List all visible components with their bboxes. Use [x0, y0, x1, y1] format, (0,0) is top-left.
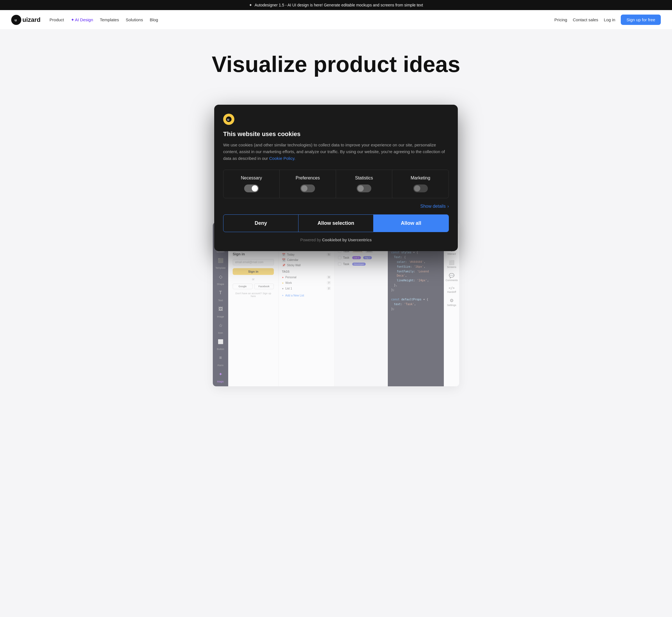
show-details-row: Show details ›: [223, 204, 449, 209]
list1-badge: List 1: [352, 256, 361, 259]
sparkle-icon: ✦: [249, 3, 252, 7]
cookie-title: This website uses cookies: [223, 131, 449, 138]
or-divider: or: [233, 278, 274, 281]
cookiebot-brand: Cookiebot by Usercentrics: [322, 238, 371, 242]
settings-icon: ⚙: [450, 298, 454, 303]
handoff-item[interactable]: </> Handoff: [444, 284, 459, 295]
statistics-toggle-item: Statistics: [336, 170, 392, 198]
tags-section-label: TAGS: [282, 270, 331, 273]
personal-color-dot: ●: [282, 276, 284, 279]
list1-label: List 1: [285, 287, 292, 290]
signup-link[interactable]: Don't have an account? Sign up here: [233, 292, 274, 297]
statistics-toggle[interactable]: [357, 185, 371, 192]
tag-list1[interactable]: ● List 1 2: [282, 285, 331, 291]
logo-text: uizard: [22, 16, 41, 23]
nav-contact-sales[interactable]: Contact sales: [573, 17, 599, 22]
marketing-toggle-item: Marketing: [392, 170, 449, 198]
marketing-toggle[interactable]: [413, 185, 428, 192]
screens-icon: ⬜: [449, 260, 455, 265]
svg-text:u: u: [227, 117, 229, 122]
sidebar-template-label: Template: [215, 266, 226, 269]
allow-all-button[interactable]: Allow all: [373, 215, 449, 232]
cookie-toggles: Necessary Preferences Statis: [223, 170, 449, 198]
signin-title: Sign in: [233, 252, 274, 256]
main-section: u ⊕ Screen ⬛ Template ◇ Shape T Text 🖼 I…: [0, 93, 672, 386]
sidebar-button[interactable]: ⬜: [216, 337, 226, 347]
show-details-chevron-icon: ›: [448, 204, 449, 209]
work-color-dot: ●: [282, 281, 284, 284]
preferences-toggle[interactable]: [301, 185, 315, 192]
calendar-icon: 📆: [282, 258, 285, 261]
signin-button[interactable]: Sign in: [233, 268, 274, 275]
deny-button[interactable]: Deny: [223, 215, 299, 232]
work-label: Work: [285, 281, 292, 284]
sidebar-icon-label: Icon: [218, 332, 223, 334]
settings-label: Settings: [447, 304, 456, 306]
hero-title: Visualize product ideas: [11, 52, 661, 77]
tag-work[interactable]: ● Work 7: [282, 280, 331, 285]
powered-by-text: Powered by: [300, 238, 321, 242]
marketing-label: Marketing: [410, 176, 430, 181]
work-count: 7: [327, 281, 331, 284]
preferences-toggle-item: Preferences: [280, 170, 336, 198]
cookie-actions: Deny Allow selection Allow all: [223, 214, 449, 232]
nav-blog[interactable]: Blog: [150, 17, 158, 22]
sidebar-text[interactable]: T: [216, 288, 226, 298]
sticky-icon: 📌: [282, 264, 285, 267]
task-calendar[interactable]: 📆 Calendar: [282, 257, 331, 262]
nav-templates[interactable]: Templates: [100, 17, 119, 22]
code-line-6: fontSize: '16px',: [391, 264, 441, 269]
facebook-button[interactable]: Facebook: [254, 283, 274, 289]
cookie-logo: u: [223, 114, 234, 125]
sidebar-icon-item[interactable]: ☆: [216, 320, 226, 330]
signin-email[interactable]: email.email@mail.com: [233, 259, 274, 265]
show-details-button[interactable]: Show details ›: [420, 204, 449, 209]
tag-personal[interactable]: ● Personal 3: [282, 274, 331, 280]
task-today[interactable]: 📅 Today 5: [282, 252, 331, 257]
task-label-5: Task: [343, 262, 349, 266]
signup-button[interactable]: Sign up for free: [621, 15, 661, 25]
nav-pricing[interactable]: Pricing: [554, 17, 567, 22]
logo[interactable]: u uizard: [11, 15, 41, 25]
today-count: 5: [327, 253, 331, 256]
necessary-toggle-item: Necessary: [223, 170, 280, 198]
sidebar-image-label: Image: [217, 315, 224, 318]
overlay-container: u ⊕ Screen ⬛ Template ◇ Shape T Text 🖼 I…: [11, 93, 661, 386]
statistics-label: Statistics: [355, 176, 373, 181]
necessary-label: Necessary: [241, 176, 262, 181]
nav-solutions[interactable]: Solutions: [126, 17, 143, 22]
code-line-12: const defaultProps = {: [391, 297, 441, 301]
sidebar-shape-label: Shape: [217, 283, 224, 285]
task-checkbox-5[interactable]: [338, 262, 341, 266]
sidebar-template[interactable]: ⬛: [216, 255, 226, 265]
cookie-modal: u This website uses cookies We use cooki…: [214, 105, 458, 251]
sidebar-magic[interactable]: ✦: [216, 369, 226, 379]
screens-item[interactable]: ⬜ Screens: [444, 258, 459, 270]
nav-ai-design[interactable]: ✦AI Design: [71, 17, 93, 22]
sidebar-shape[interactable]: ◇: [216, 271, 226, 282]
handoff-label: Handoff: [447, 290, 456, 293]
navbar-right: Pricing Contact sales Log in Sign up for…: [554, 15, 661, 25]
task-checkbox-4[interactable]: [338, 256, 341, 259]
code-line-7: fontFamily: 'Lexend Deca',: [391, 269, 441, 278]
calendar-label: Calendar: [287, 258, 299, 261]
necessary-toggle[interactable]: [244, 185, 259, 192]
allow-selection-button[interactable]: Allow selection: [299, 215, 373, 232]
nav-login[interactable]: Log in: [604, 17, 616, 22]
google-button[interactable]: Google: [233, 283, 253, 289]
task-sticky-wall[interactable]: 📌 Sticky Wall: [282, 262, 331, 268]
add-list[interactable]: + Add a New List: [282, 293, 331, 298]
svg-text:u: u: [15, 18, 17, 22]
today-label: Today: [287, 253, 295, 256]
sidebar-image[interactable]: 🖼: [216, 304, 226, 314]
hero-section: Visualize product ideas: [0, 30, 672, 88]
comments-item[interactable]: 💬 Comments: [444, 271, 459, 283]
sidebar-form[interactable]: ≡: [216, 353, 226, 363]
cookie-policy-link[interactable]: Cookie Policy.: [269, 156, 295, 161]
settings-item[interactable]: ⚙ Settings: [444, 296, 459, 308]
add-list-icon: +: [282, 294, 284, 297]
code-line-11: [391, 292, 441, 297]
task-label-4: Task: [343, 256, 349, 259]
code-line-13: text: 'Task',: [391, 302, 441, 306]
nav-product[interactable]: Product: [49, 17, 64, 22]
